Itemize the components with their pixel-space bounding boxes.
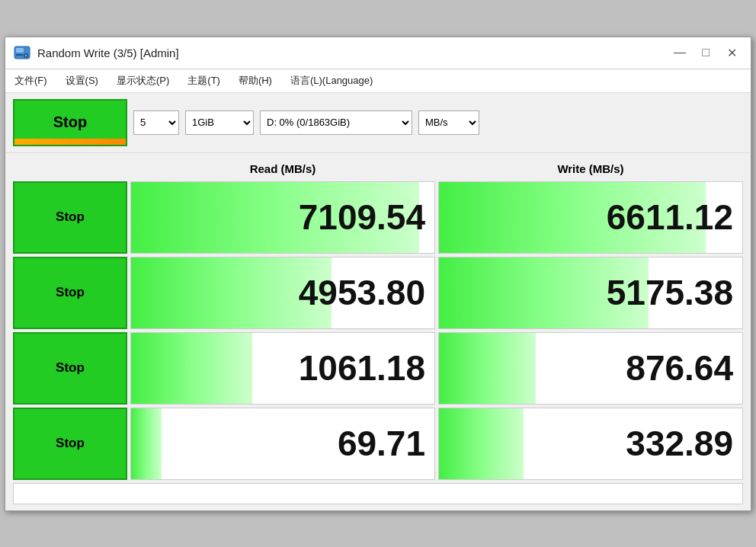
main-content: Read (MB/s) Write (MB/s) Stop 7109.54 66… — [5, 153, 751, 510]
status-bar — [13, 483, 743, 504]
table-row: Stop 69.71 332.89 — [13, 408, 743, 480]
disk-icon — [13, 43, 31, 62]
drive-select[interactable]: D: 0% (0/1863GiB) — [260, 110, 412, 135]
menu-display[interactable]: 显示状态(P) — [114, 72, 172, 89]
read-value-1: 7109.54 — [130, 181, 435, 254]
menu-bar: 文件(F)设置(S)显示状态(P)主题(T)帮助(H)语言(L)(Languag… — [5, 69, 751, 93]
header-empty — [13, 159, 127, 178]
header-read: Read (MB/s) — [130, 159, 435, 178]
header-write: Write (MB/s) — [438, 159, 743, 178]
menu-help[interactable]: 帮助(H) — [235, 72, 275, 89]
read-value-3: 1061.18 — [130, 332, 435, 405]
title-left: Random Write (3/5) [Admin] — [13, 43, 179, 62]
main-window: Random Write (3/5) [Admin] — □ ✕ 文件(F)设置… — [5, 37, 751, 511]
write-value-3: 876.64 — [438, 332, 743, 405]
menu-settings[interactable]: 设置(S) — [62, 72, 101, 89]
title-bar: Random Write (3/5) [Admin] — □ ✕ — [5, 37, 751, 69]
main-stop-button[interactable]: Stop — [13, 99, 127, 146]
menu-language[interactable]: 语言(L)(Language) — [287, 72, 376, 89]
window-title: Random Write (3/5) [Admin] — [37, 46, 179, 59]
svg-rect-4 — [16, 54, 23, 56]
write-value-1: 6611.12 — [438, 181, 743, 254]
write-value-2: 5175.38 — [438, 257, 743, 329]
stop-button-1[interactable]: Stop — [13, 181, 127, 254]
menu-file[interactable]: 文件(F) — [11, 72, 50, 89]
menu-theme[interactable]: 主题(T) — [184, 72, 223, 89]
write-value-4: 332.89 — [438, 408, 743, 480]
table-header: Read (MB/s) Write (MB/s) — [13, 159, 743, 178]
read-value-2: 4953.80 — [130, 257, 435, 329]
maximize-button[interactable]: □ — [694, 43, 717, 62]
size-select[interactable]: 1GiB 512MiB 256MiB — [185, 110, 254, 135]
toolbar: Stop 5 3 1 1GiB 512MiB 256MiB D: 0% (0/1… — [5, 93, 751, 153]
stop-button-2[interactable]: Stop — [13, 257, 127, 329]
table-row: Stop 4953.80 5175.38 — [13, 257, 743, 329]
table-row: Stop 1061.18 876.64 — [13, 332, 743, 405]
stop-button-3[interactable]: Stop — [13, 332, 127, 405]
close-button[interactable]: ✕ — [720, 43, 743, 62]
svg-point-3 — [25, 55, 27, 56]
num-select[interactable]: 5 3 1 — [133, 110, 179, 135]
read-value-4: 69.71 — [130, 408, 435, 480]
unit-select[interactable]: MB/s GB/s IOPS — [418, 110, 479, 135]
title-controls: — □ ✕ — [668, 43, 743, 62]
stop-button-4[interactable]: Stop — [13, 408, 127, 480]
table-row: Stop 7109.54 6611.12 — [13, 181, 743, 254]
svg-rect-1 — [16, 48, 24, 53]
minimize-button[interactable]: — — [668, 43, 691, 62]
